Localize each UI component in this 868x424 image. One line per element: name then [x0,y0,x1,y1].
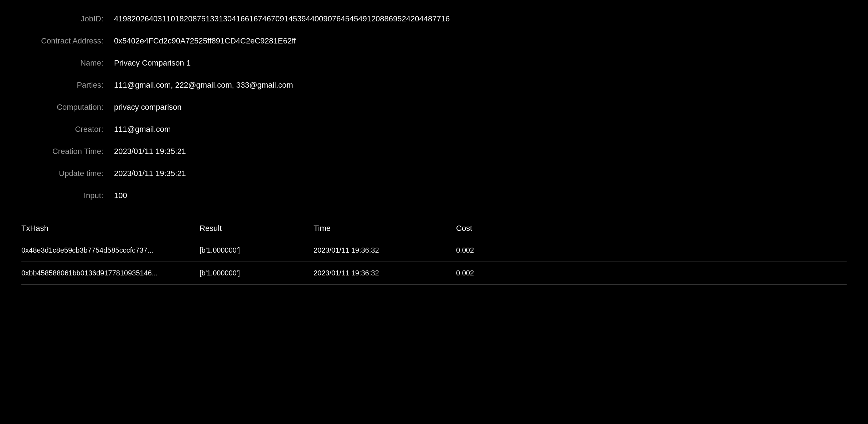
col-header-time: Time [314,224,456,233]
results-table-section: TxHash Result Time Cost 0x48e3d1c8e59cb3… [21,218,847,285]
job-id-row: JobID: 419820264031101820875133130416616… [21,14,847,24]
creation-time-value: 2023/01/11 19:35:21 [114,147,186,156]
computation-label: Computation: [21,103,114,112]
row2-result: [b'1.000000'] [200,269,240,277]
row2-cost: 0.002 [456,269,527,277]
computation-row: Computation: privacy comparison [21,103,847,112]
col-header-result: Result [200,224,314,233]
row1-result-wrapper: [b'1.000000'] [200,246,314,254]
row2-time: 2023/01/11 19:36:32 [314,269,456,277]
creator-value: 111@gmail.com [114,125,171,134]
creator-label: Creator: [21,125,114,134]
job-id-value: 4198202640311018208751331304166167467091… [114,14,450,24]
parties-value: 111@gmail.com, 222@gmail.com, 333@gmail.… [114,81,293,90]
page-container: JobID: 419820264031101820875133130416616… [0,0,868,299]
update-time-row: Update time: 2023/01/11 19:35:21 [21,169,847,178]
row1-result: [b'1.000000'] [200,246,240,254]
name-row: Name: Privacy Comparison 1 [21,58,847,68]
parties-label: Parties: [21,81,114,90]
row1-txhash: 0x48e3d1c8e59cb3b7754d585cccfc737... [21,246,200,254]
input-value: 100 [114,191,127,200]
input-row: Input: 100 [21,191,847,200]
update-time-label: Update time: [21,169,114,178]
contract-address-value: 0x5402e4FCd2c90A72525ff891CD4C2eC9281E62… [114,36,296,46]
table-row: 0x48e3d1c8e59cb3b7754d585cccfc737... [b'… [21,239,847,262]
contract-address-row: Contract Address: 0x5402e4FCd2c90A72525f… [21,36,847,46]
row2-txhash: 0xbb458588061bb0136d9177810935146... [21,269,200,277]
update-time-value: 2023/01/11 19:35:21 [114,169,186,178]
detail-section: JobID: 419820264031101820875133130416616… [21,14,847,200]
job-id-label: JobID: [21,14,114,24]
creation-time-label: Creation Time: [21,147,114,156]
col-header-cost: Cost [456,224,527,233]
table-row: 0xbb458588061bb0136d9177810935146... [b'… [21,262,847,285]
computation-value: privacy comparison [114,103,182,112]
creator-row: Creator: 111@gmail.com [21,125,847,134]
row1-cost: 0.002 [456,246,527,254]
table-header: TxHash Result Time Cost [21,218,847,239]
name-value: Privacy Comparison 1 [114,58,191,68]
col-header-txhash: TxHash [21,224,200,233]
contract-address-label: Contract Address: [21,36,114,46]
row1-time: 2023/01/11 19:36:32 [314,246,456,254]
input-label: Input: [21,191,114,200]
parties-row: Parties: 111@gmail.com, 222@gmail.com, 3… [21,81,847,90]
row2-result-wrapper: [b'1.000000'] [200,269,314,277]
name-label: Name: [21,58,114,68]
creation-time-row: Creation Time: 2023/01/11 19:35:21 [21,147,847,156]
